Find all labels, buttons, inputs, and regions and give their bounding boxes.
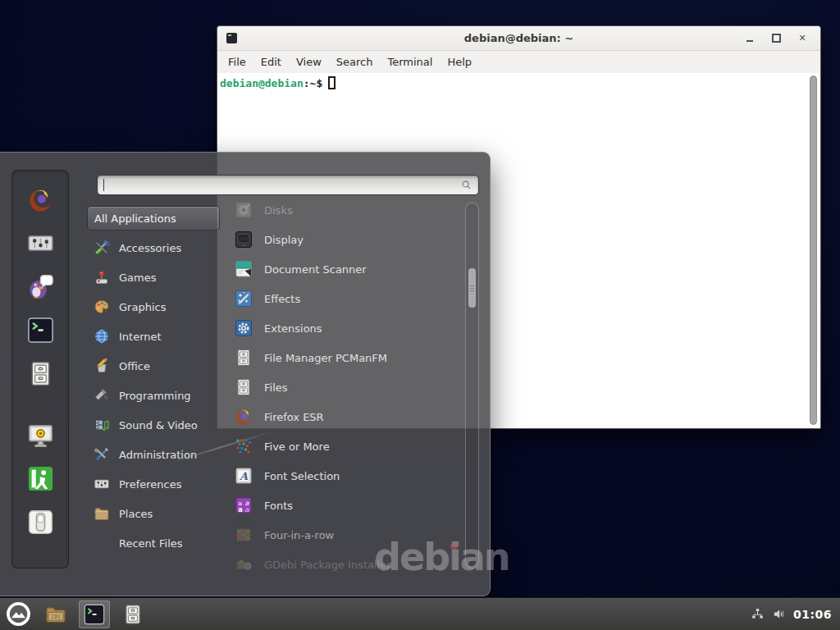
launcher-icon [121,603,144,626]
app-file-manager-pcmanfm[interactable]: File Manager PCManFM [234,343,463,372]
category-all-applications[interactable]: All Applications [87,206,220,231]
category-label: Recent Files [119,537,183,550]
application-icon [234,259,253,279]
favorite-icon [26,272,55,301]
category-label: Accessories [119,242,181,254]
launcher-icon [83,603,106,626]
search-icon [460,179,472,191]
application-icon [234,289,253,308]
application-label: Font Selection [264,470,340,482]
category-icon [94,417,110,433]
application-label: Files [264,381,288,394]
favorite-terminal[interactable] [25,315,56,345]
category-icon [94,535,110,551]
menubar-item-help[interactable]: Help [440,52,479,71]
application-icon [234,348,253,368]
category-accessories[interactable]: Accessories [87,233,223,262]
favorite-icon [26,359,55,388]
volume-icon[interactable] [772,607,786,621]
app-effects[interactable]: Effects [234,284,463,313]
category-graphics[interactable]: Graphics [87,292,223,322]
network-icon[interactable] [751,607,765,621]
maximize-button[interactable] [771,34,781,43]
category-icon [94,240,110,256]
favorite-icon [26,316,55,345]
shell-prompt-path: :~$ [304,77,322,89]
app-files[interactable]: Files [234,372,463,402]
app-disks[interactable]: Disks [234,195,463,225]
application-label: Extensions [264,322,322,335]
menubar-item-search[interactable]: Search [329,52,381,71]
application-label: Disks [264,204,293,217]
favorite-files[interactable] [25,358,56,388]
category-icon [94,505,110,522]
category-office[interactable]: Office [87,351,223,381]
category-internet[interactable]: Internet [87,322,223,351]
category-sound-video[interactable]: Sound & Video [87,410,223,440]
favorite-preferences[interactable] [25,228,56,258]
category-icon [94,358,110,374]
search-input[interactable] [104,177,460,194]
session-icon [26,421,55,450]
category-programming[interactable]: Programming [87,381,223,410]
application-icon [234,200,253,220]
category-label: Places [119,508,153,520]
menubar-item-view[interactable]: View [289,52,329,71]
menu-scrollbar[interactable] [465,203,479,568]
application-menu: All Applications Accessories Games Graph… [0,152,491,596]
application-label: Display [264,234,304,246]
close-button[interactable]: ✕ [797,34,807,43]
menubar-item-file[interactable]: File [221,52,253,71]
terminal-scrollbar-thumb[interactable] [810,75,817,425]
favorite-icon [26,185,55,214]
app-five-or-more[interactable]: Five or More [234,431,463,461]
category-preferences[interactable]: Preferences [87,469,223,499]
category-icon [94,446,110,463]
application-label: Fonts [264,500,293,512]
menubar-item-terminal[interactable]: Terminal [380,52,440,71]
category-administration[interactable]: Administration [87,440,223,469]
category-icon [94,476,110,492]
category-places[interactable]: Places [87,499,223,528]
application-icon [234,230,253,249]
terminal-scrollbar[interactable] [809,75,819,425]
category-recent-files[interactable]: Recent Files [87,528,223,558]
app-fonts[interactable]: Fonts [234,491,463,520]
favorite-firefox[interactable] [25,185,56,214]
application-icon [234,407,253,427]
menu-search-box[interactable] [97,175,479,195]
application-icon [234,436,253,456]
application-icon [234,555,253,574]
minimize-button[interactable] [745,34,755,43]
app-font-selection[interactable]: Font Selection [234,461,463,491]
taskbar-terminal[interactable] [79,600,110,628]
menubar-item-edit[interactable]: Edit [253,52,289,71]
debian-watermark: debian [374,538,509,576]
category-label: Games [119,272,156,284]
taskbar-file-manager[interactable] [40,600,71,628]
category-games[interactable]: Games [87,262,223,292]
category-label: All Applications [94,212,176,225]
shutdown-button[interactable] [25,507,56,536]
taskbar: 01:06 [0,597,840,630]
session-icon [26,508,55,536]
terminal-cursor [328,76,336,89]
category-label: Sound & Video [119,419,198,431]
application-icon [234,495,253,515]
app-firefox-esr[interactable]: Firefox ESR [234,402,463,431]
lock-screen-button[interactable] [25,420,56,450]
favorite-pidgin[interactable] [25,272,56,301]
logout-button[interactable] [25,463,56,493]
app-display[interactable]: Display [234,225,463,254]
taskbar-files[interactable] [117,600,148,628]
category-icon [94,328,110,345]
terminal-titlebar[interactable]: debian@debian: ~ ✕ [217,26,820,51]
clock[interactable]: 01:06 [793,608,833,621]
menu-button[interactable] [3,600,33,629]
terminal-window-icon [226,33,237,43]
menu-scrollbar-thumb[interactable] [468,268,476,308]
app-extensions[interactable]: Extensions [234,313,463,343]
system-tray: 01:06 [751,607,833,621]
application-label: Document Scanner [264,263,367,276]
app-document-scanner[interactable]: Document Scanner [234,254,463,284]
